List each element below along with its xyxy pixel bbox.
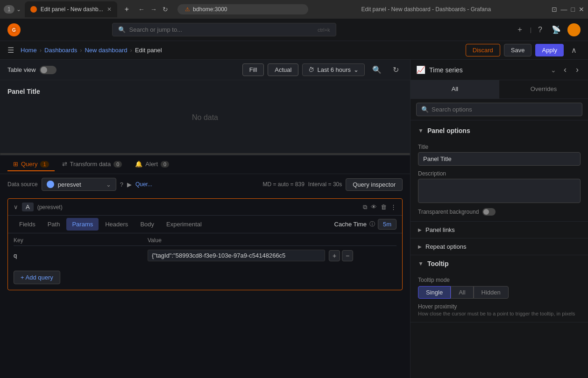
tooltip-section-header[interactable]: ▼ Tooltip bbox=[411, 255, 588, 272]
query-tabs: ⊞ Query 1 ⇄ Transform data 0 🔔 Alert 0 bbox=[0, 155, 410, 174]
breadcrumb-dashboards[interactable]: Dashboards bbox=[44, 47, 77, 54]
search-options: 🔍 bbox=[411, 99, 588, 120]
subtab-headers[interactable]: Headers bbox=[99, 218, 134, 231]
settings-icon[interactable]: ⊡ bbox=[552, 6, 557, 13]
nav-next-button[interactable]: › bbox=[572, 63, 582, 77]
help-icon[interactable]: ? bbox=[535, 23, 545, 37]
user-avatar[interactable] bbox=[567, 23, 581, 36]
tab-transform[interactable]: ⇄ Transform data 0 bbox=[57, 158, 128, 171]
remove-param-button[interactable]: − bbox=[342, 250, 353, 261]
options-search[interactable]: 🔍 bbox=[416, 103, 582, 116]
canvas-scrollbar[interactable] bbox=[0, 153, 410, 155]
save-button[interactable]: Save bbox=[504, 44, 532, 56]
discard-button[interactable]: Discard bbox=[466, 44, 500, 56]
refresh-button[interactable]: ↻ bbox=[389, 63, 403, 76]
subtab-params[interactable]: Params bbox=[66, 218, 99, 231]
nav-prev-button[interactable]: ‹ bbox=[560, 63, 570, 77]
section-panel-options-header[interactable]: ▼ Panel options bbox=[411, 122, 588, 139]
panel-title: Panel Title bbox=[7, 88, 40, 95]
tab-alert[interactable]: 🔔 Alert 0 bbox=[129, 158, 175, 171]
tab-query[interactable]: ⊞ Query 1 bbox=[7, 158, 55, 171]
subtab-experimental[interactable]: Experimental bbox=[161, 218, 207, 231]
table-view-switch[interactable] bbox=[40, 66, 57, 74]
viz-type-selector[interactable]: 📈 Time series ⌄ bbox=[416, 65, 556, 74]
tooltip-hidden-button[interactable]: Hidden bbox=[474, 286, 509, 299]
back-icon[interactable]: ← bbox=[136, 4, 147, 15]
tooltip-mode-label: Tooltip mode bbox=[418, 277, 581, 283]
add-param-button[interactable]: + bbox=[329, 250, 340, 261]
add-panel-icon[interactable]: ＋ bbox=[513, 22, 526, 37]
close-icon[interactable]: ✕ bbox=[579, 6, 584, 13]
maximize-icon[interactable]: □ bbox=[571, 6, 575, 13]
transform-label: Transform data bbox=[70, 161, 111, 168]
forward-icon[interactable]: → bbox=[149, 4, 159, 15]
time-range-picker[interactable]: ⏱ Last 6 hours ⌄ bbox=[302, 63, 365, 76]
cache-time-info-icon[interactable]: ⓘ bbox=[369, 220, 375, 228]
search-input[interactable] bbox=[129, 26, 314, 33]
expand-icon[interactable]: ▶ bbox=[127, 181, 132, 188]
fill-button[interactable]: Fill bbox=[242, 63, 264, 76]
panel-links-header[interactable]: ▶ Panel links bbox=[411, 222, 588, 238]
actual-button[interactable]: Actual bbox=[268, 63, 298, 76]
panel-links-title: Panel links bbox=[425, 226, 455, 233]
tab-close-icon[interactable]: ✕ bbox=[107, 6, 112, 13]
table-view-label: Table view bbox=[7, 66, 36, 73]
collapse-button[interactable]: ∧ bbox=[567, 44, 581, 56]
title-label: Title bbox=[418, 144, 581, 150]
tooltip-all-button[interactable]: All bbox=[451, 286, 473, 299]
breadcrumb-home[interactable]: Home bbox=[21, 47, 37, 54]
copy-query-icon[interactable]: ⧉ bbox=[363, 203, 367, 211]
query-actions: ⧉ 👁 🗑 ⋮ bbox=[363, 203, 397, 211]
news-icon[interactable]: 📡 bbox=[549, 22, 564, 37]
subtab-path[interactable]: Path bbox=[42, 218, 66, 231]
panel-title-input[interactable] bbox=[418, 152, 581, 166]
section-panel-options: ▼ Panel options Title Description Transp… bbox=[411, 122, 588, 222]
param-value[interactable]: {"tagId":"58993cd8-f3e9-103e-97a9-c54148… bbox=[148, 250, 325, 261]
repeat-options-header[interactable]: ▶ Repeat options bbox=[411, 238, 588, 255]
datasource-select[interactable]: peresvet ⌄ bbox=[42, 178, 116, 191]
more-icon[interactable]: ⋮ bbox=[390, 203, 397, 211]
tab-overrides[interactable]: Overrides bbox=[499, 80, 588, 98]
subtab-body[interactable]: Body bbox=[135, 218, 160, 231]
datasource-icon bbox=[47, 181, 54, 188]
breadcrumb-new-dashboard[interactable]: New dashboard bbox=[85, 47, 127, 54]
minimize-icon[interactable]: — bbox=[561, 6, 567, 13]
description-input[interactable] bbox=[418, 179, 581, 203]
tab-title: Edit panel - New dashb... bbox=[41, 6, 103, 13]
repeat-options-chevron: ▶ bbox=[418, 244, 422, 249]
hide-query-icon[interactable]: 👁 bbox=[371, 203, 377, 211]
svg-text:G: G bbox=[12, 28, 16, 33]
help-icon[interactable]: ? bbox=[120, 181, 123, 188]
menu-icon[interactable]: ☰ bbox=[7, 46, 14, 55]
subtab-fields[interactable]: Fields bbox=[14, 218, 41, 231]
browser-tab[interactable]: Edit panel - New dashb... ✕ bbox=[25, 1, 117, 17]
query-row-header: ∨ A (peresvet) ⧉ 👁 🗑 ⋮ bbox=[8, 199, 402, 216]
browser-chrome: 1 ⌄ Edit panel - New dashb... ✕ + ← → ↻ … bbox=[0, 0, 588, 19]
reload-icon[interactable]: ↻ bbox=[161, 4, 170, 15]
add-query-button[interactable]: + Add query bbox=[14, 271, 60, 284]
section-panel-links: ▶ Panel links bbox=[411, 222, 588, 238]
right-nav: ‹ › bbox=[560, 63, 582, 77]
options-search-input[interactable] bbox=[432, 106, 577, 113]
global-search[interactable]: 🔍 ctrl+k bbox=[112, 23, 336, 36]
key-column-header: Key bbox=[14, 237, 148, 244]
new-tab-button[interactable]: + bbox=[121, 3, 133, 15]
zoom-out-button[interactable]: 🔍 bbox=[368, 63, 385, 76]
address-bar[interactable]: ⚠ bdhome:3000 bbox=[177, 4, 308, 14]
window-controls: ⊡ — □ ✕ bbox=[544, 6, 584, 13]
query-tab-icon: ⊞ bbox=[13, 161, 18, 168]
clock-icon: ⏱ bbox=[308, 66, 314, 73]
breadcrumb-current: Edit panel bbox=[135, 47, 162, 54]
delete-query-icon[interactable]: 🗑 bbox=[381, 203, 387, 211]
query-inspector-button[interactable]: Query inspector bbox=[346, 178, 403, 191]
cache-time-value[interactable]: 5m bbox=[378, 219, 397, 230]
grafana-logo[interactable]: G bbox=[7, 23, 21, 36]
tab-all[interactable]: All bbox=[411, 80, 499, 98]
table-view-toggle[interactable]: Table view bbox=[7, 66, 57, 74]
transparent-bg-toggle[interactable] bbox=[482, 208, 496, 216]
collapse-query-icon[interactable]: ∨ bbox=[14, 203, 18, 210]
apply-button[interactable]: Apply bbox=[535, 44, 564, 56]
query-label[interactable]: Quer... bbox=[135, 181, 152, 188]
datasource-label: Data source bbox=[7, 181, 38, 188]
tooltip-single-button[interactable]: Single bbox=[418, 286, 451, 299]
